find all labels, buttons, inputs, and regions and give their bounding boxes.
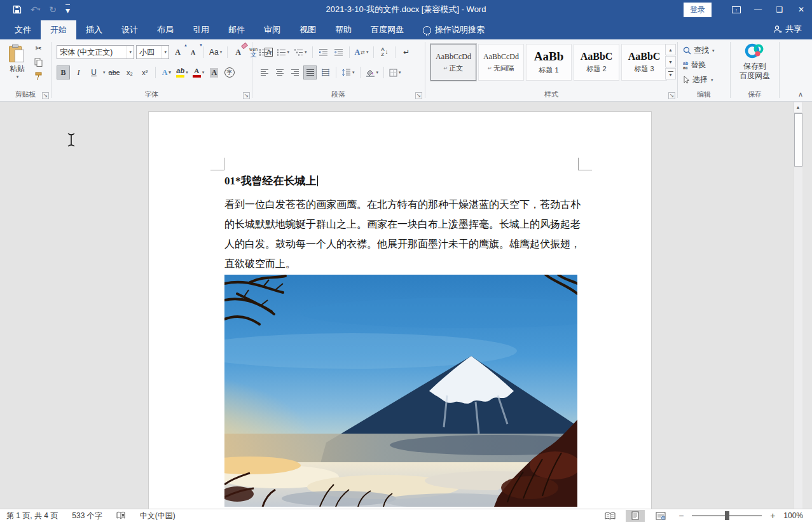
collapse-ribbon-icon[interactable]: ∧ bbox=[798, 90, 803, 99]
superscript-button[interactable]: x² bbox=[138, 65, 151, 79]
change-case-button[interactable]: Aa▾ bbox=[208, 45, 223, 59]
copy-icon[interactable] bbox=[32, 57, 45, 67]
page-indicator[interactable]: 第 1 页, 共 4 页 bbox=[6, 511, 58, 521]
styles-scroll-down-icon[interactable]: ▼ bbox=[665, 56, 676, 67]
sort-button[interactable]: AZ↓ bbox=[378, 45, 391, 59]
scrollbar-thumb[interactable] bbox=[794, 113, 802, 167]
print-layout-view-icon[interactable] bbox=[626, 510, 645, 522]
character-shading-button[interactable]: A bbox=[207, 65, 221, 79]
tab-view[interactable]: 视图 bbox=[290, 20, 326, 39]
shading-button[interactable]: ▾ bbox=[364, 65, 380, 79]
tab-mailings[interactable]: 邮件 bbox=[219, 20, 254, 39]
cut-icon[interactable]: ✂ bbox=[32, 43, 45, 53]
text-highlight-button[interactable]: ab▾ bbox=[175, 65, 189, 79]
tab-help[interactable]: 帮助 bbox=[326, 20, 361, 39]
zoom-out-button[interactable]: − bbox=[677, 511, 685, 521]
asian-layout-button[interactable]: A⇄▾ bbox=[354, 45, 370, 59]
web-layout-view-icon[interactable] bbox=[651, 510, 670, 522]
bold-button[interactable]: B bbox=[57, 65, 70, 79]
close-button[interactable]: ✕ bbox=[790, 0, 812, 19]
body-line[interactable]: 直欲破空而上。 bbox=[224, 254, 579, 273]
tab-home[interactable]: 开始 bbox=[41, 20, 76, 39]
scrollbar-up-icon[interactable]: ▲ bbox=[794, 102, 802, 113]
save-to-baidu-netdisk-button[interactable]: 保存到 百度网盘 bbox=[734, 43, 775, 81]
zoom-level[interactable]: 100% bbox=[783, 511, 803, 520]
grow-font-button[interactable]: A▲ bbox=[171, 45, 184, 59]
select-button[interactable]: 选择▾ bbox=[683, 73, 713, 86]
body-line[interactable]: 人的白发。鼓动每一个人的衣襟。他展开那面墨汁未干的鹰旗。雄鹰起伏振翅， bbox=[224, 234, 579, 254]
body-line[interactable]: 的长城默默地蜿蜒于群山之上。画家在一块白布上泼墨挥毫。长城上的风扬起老 bbox=[224, 214, 579, 234]
document-text[interactable]: 01*我曾经在长城上 看到一位白发苍苍的画家画鹰。在北方特有的那种干燥湛蓝的天空… bbox=[224, 173, 579, 273]
find-button[interactable]: 查找▾ bbox=[683, 44, 715, 57]
tab-baidu-netdisk[interactable]: 百度网盘 bbox=[361, 20, 413, 39]
tab-design[interactable]: 设计 bbox=[112, 20, 148, 39]
style-card-heading2[interactable]: AaBbC 标题 2 bbox=[574, 44, 619, 81]
justify-button[interactable] bbox=[303, 65, 317, 79]
align-center-button[interactable] bbox=[273, 65, 286, 79]
show-hide-marks-button[interactable]: ↵ bbox=[399, 45, 413, 59]
tell-me-search[interactable]: 操作说明搜索 bbox=[413, 20, 494, 39]
font-size-combobox[interactable]: 小四 ▾ bbox=[136, 45, 169, 59]
increase-indent-button[interactable] bbox=[332, 45, 345, 59]
proofing-status-icon[interactable] bbox=[116, 511, 126, 520]
font-family-combobox[interactable]: 宋体 (中文正文) ▾ bbox=[57, 45, 134, 59]
style-card-heading3[interactable]: AaBbC 标题 3 bbox=[621, 44, 667, 81]
styles-scroll-up-icon[interactable]: ▲ bbox=[665, 44, 676, 55]
tab-file[interactable]: 文件 bbox=[5, 20, 41, 39]
save-icon[interactable] bbox=[13, 5, 22, 14]
read-mode-view-icon[interactable] bbox=[600, 510, 619, 522]
decrease-indent-button[interactable] bbox=[317, 45, 330, 59]
minimize-button[interactable]: — bbox=[747, 0, 769, 19]
style-card-no-spacing[interactable]: AaBbCcDd ↵无间隔 bbox=[478, 44, 524, 81]
shrink-font-button[interactable]: A▼ bbox=[186, 45, 200, 59]
styles-gallery-more-icon[interactable]: ▼ bbox=[665, 68, 676, 79]
font-dialog-launcher[interactable]: ↘ bbox=[243, 92, 250, 99]
borders-button[interactable]: ▾ bbox=[388, 65, 403, 79]
mount-fuji-image[interactable] bbox=[224, 275, 577, 507]
multilevel-list-button[interactable]: ▾ bbox=[292, 45, 308, 59]
redo-icon[interactable]: ↻ bbox=[49, 4, 57, 15]
align-right-button[interactable] bbox=[288, 65, 301, 79]
tab-insert[interactable]: 插入 bbox=[76, 20, 112, 39]
body-line[interactable]: 看到一位白发苍苍的画家画鹰。在北方特有的那种干燥湛蓝的天空下，苍劲古朴 bbox=[224, 195, 579, 214]
zoom-slider[interactable] bbox=[692, 515, 762, 516]
word-count[interactable]: 533 个字 bbox=[72, 511, 102, 521]
italic-button[interactable]: I bbox=[72, 65, 85, 79]
align-left-button[interactable] bbox=[258, 65, 271, 79]
underline-button[interactable]: U bbox=[87, 65, 100, 79]
document-page[interactable]: 01*我曾经在长城上 看到一位白发苍苍的画家画鹰。在北方特有的那种干燥湛蓝的天空… bbox=[148, 111, 652, 509]
zoom-slider-thumb[interactable] bbox=[725, 511, 729, 520]
style-card-normal[interactable]: AaBbCcDd ↵正文 bbox=[430, 44, 476, 81]
tab-layout[interactable]: 布局 bbox=[148, 20, 183, 39]
undo-icon[interactable]: ↶▾ bbox=[31, 4, 40, 15]
share-button[interactable]: 共享 bbox=[773, 19, 812, 39]
tab-review[interactable]: 审阅 bbox=[254, 20, 290, 39]
numbering-button[interactable]: ▾ bbox=[275, 45, 291, 59]
format-painter-icon[interactable] bbox=[32, 71, 45, 81]
document-heading[interactable]: 01*我曾经在长城上 bbox=[224, 173, 579, 189]
style-card-heading1[interactable]: AaBb 标题 1 bbox=[526, 44, 572, 81]
distribute-button[interactable] bbox=[319, 65, 332, 79]
tab-references[interactable]: 引用 bbox=[183, 20, 219, 39]
vertical-scrollbar[interactable]: ▲ bbox=[793, 102, 802, 509]
clear-formatting-button[interactable]: A bbox=[231, 45, 245, 59]
language-indicator[interactable]: 中文(中国) bbox=[140, 511, 175, 521]
bullets-button[interactable]: ▾ bbox=[258, 45, 273, 59]
ribbon-display-options-icon[interactable]: ↑ bbox=[726, 0, 747, 19]
enclose-characters-button[interactable]: 字 bbox=[223, 65, 236, 79]
styles-dialog-launcher[interactable]: ↘ bbox=[668, 92, 675, 99]
line-spacing-button[interactable]: ▾ bbox=[340, 65, 356, 79]
sign-in-button[interactable]: 登录 bbox=[684, 3, 712, 17]
text-effects-button[interactable]: A▾ bbox=[160, 65, 173, 79]
maximize-button[interactable]: ❑ bbox=[769, 0, 790, 19]
zoom-in-button[interactable]: + bbox=[768, 511, 777, 521]
clipboard-dialog-launcher[interactable]: ↘ bbox=[42, 92, 49, 99]
window-controls: 登录 ↑ — ❑ ✕ bbox=[684, 0, 812, 19]
customize-qat-icon[interactable]: ▾ bbox=[65, 4, 70, 15]
subscript-button[interactable]: x₂ bbox=[123, 65, 136, 79]
paragraph-dialog-launcher[interactable]: ↘ bbox=[415, 92, 422, 99]
document-canvas[interactable]: 01*我曾经在长城上 看到一位白发苍苍的画家画鹰。在北方特有的那种干燥湛蓝的天空… bbox=[0, 102, 802, 509]
font-color-button[interactable]: A▾ bbox=[191, 65, 206, 79]
strikethrough-button[interactable]: abc bbox=[107, 65, 121, 79]
replace-button[interactable]: abac 替换 bbox=[683, 58, 706, 72]
